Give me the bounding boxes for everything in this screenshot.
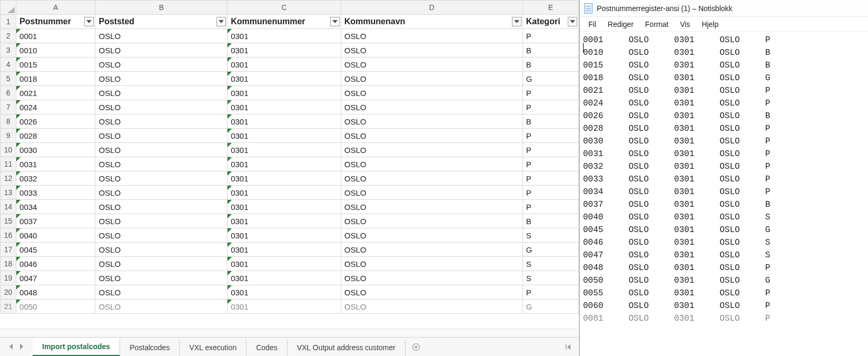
row-header[interactable]: 4: [1, 57, 16, 72]
cell[interactable]: OSLO: [341, 100, 522, 114]
row-header[interactable]: 10: [1, 143, 16, 157]
cell[interactable]: 0031: [16, 157, 95, 171]
horizontal-scrollbar[interactable]: [0, 329, 579, 337]
cell[interactable]: OSLO: [95, 257, 228, 271]
cell[interactable]: 0301: [228, 285, 341, 300]
cell[interactable]: OSLO: [95, 271, 228, 285]
cell[interactable]: OSLO: [341, 114, 522, 129]
notepad-titlebar[interactable]: Postnummerregister-ansi (1) – Notisblokk: [580, 0, 868, 17]
cell[interactable]: OSLO: [341, 72, 522, 86]
cell[interactable]: P: [522, 143, 578, 157]
cell[interactable]: S: [522, 257, 578, 271]
cell[interactable]: G: [522, 243, 578, 257]
cell[interactable]: OSLO: [341, 43, 522, 57]
table-header-cell[interactable]: Postnummer: [16, 15, 95, 29]
cell[interactable]: OSLO: [341, 228, 522, 243]
cell[interactable]: OSLO: [95, 243, 228, 257]
cell[interactable]: OSLO: [95, 285, 228, 300]
cell[interactable]: 0032: [16, 171, 95, 186]
cell[interactable]: OSLO: [341, 157, 522, 171]
row-header[interactable]: 8: [1, 114, 16, 129]
cell[interactable]: OSLO: [95, 72, 228, 86]
sheet-tab[interactable]: Postalcodes: [120, 339, 180, 356]
column-header[interactable]: C: [228, 1, 341, 15]
cell[interactable]: OSLO: [95, 114, 228, 129]
cell[interactable]: 0046: [16, 257, 95, 271]
cell[interactable]: 0301: [228, 186, 341, 200]
table-header-cell[interactable]: Kategori: [522, 15, 578, 29]
cell[interactable]: G: [522, 300, 578, 314]
cell[interactable]: B: [522, 43, 578, 57]
cell[interactable]: 0034: [16, 200, 95, 214]
cell[interactable]: 0301: [228, 243, 341, 257]
cell[interactable]: OSLO: [341, 243, 522, 257]
filter-dropdown-icon[interactable]: [84, 17, 94, 26]
cell[interactable]: 0301: [228, 300, 341, 314]
column-header[interactable]: B: [95, 1, 228, 15]
cell[interactable]: OSLO: [95, 100, 228, 114]
cell[interactable]: OSLO: [341, 257, 522, 271]
column-header[interactable]: E: [522, 1, 578, 15]
cell[interactable]: OSLO: [341, 271, 522, 285]
cell[interactable]: 0037: [16, 214, 95, 228]
row-header[interactable]: 2: [1, 29, 16, 43]
sheet-tab[interactable]: VXL Output address customer: [288, 339, 406, 356]
cell[interactable]: 0301: [228, 100, 341, 114]
cell[interactable]: 0045: [16, 243, 95, 257]
cell[interactable]: P: [522, 129, 578, 143]
cell[interactable]: B: [522, 114, 578, 129]
cell[interactable]: S: [522, 271, 578, 285]
select-all-corner[interactable]: [1, 1, 16, 15]
cell[interactable]: 0047: [16, 271, 95, 285]
row-header[interactable]: 17: [1, 243, 16, 257]
cell[interactable]: 0301: [228, 72, 341, 86]
spreadsheet-grid[interactable]: ABCDE1PostnummerPoststedKommunenummerKom…: [0, 0, 579, 329]
cell[interactable]: 0301: [228, 114, 341, 129]
cell[interactable]: 0301: [228, 271, 341, 285]
row-header[interactable]: 3: [1, 43, 16, 57]
row-header[interactable]: 18: [1, 257, 16, 271]
filter-dropdown-icon[interactable]: [512, 17, 521, 26]
cell[interactable]: OSLO: [95, 29, 228, 43]
cell[interactable]: OSLO: [341, 143, 522, 157]
tab-nav-next-icon[interactable]: [19, 343, 24, 351]
notepad-text-area[interactable]: 0001 OSLO 0301 OSLO P 0010 OSLO 0301 OSL…: [580, 32, 868, 356]
cell[interactable]: 0301: [228, 157, 341, 171]
cell[interactable]: OSLO: [95, 171, 228, 186]
cell[interactable]: OSLO: [95, 200, 228, 214]
cell[interactable]: B: [522, 57, 578, 72]
row-header[interactable]: 21: [1, 300, 16, 314]
cell[interactable]: S: [522, 228, 578, 243]
cell[interactable]: OSLO: [95, 143, 228, 157]
cell[interactable]: 0021: [16, 86, 95, 100]
cell[interactable]: OSLO: [95, 86, 228, 100]
row-header[interactable]: 5: [1, 72, 16, 86]
filter-dropdown-icon[interactable]: [568, 17, 577, 26]
cell[interactable]: 0048: [16, 285, 95, 300]
cell[interactable]: 0301: [228, 57, 341, 72]
cell[interactable]: OSLO: [341, 29, 522, 43]
cell[interactable]: 0028: [16, 129, 95, 143]
row-header[interactable]: 1: [1, 15, 16, 29]
cell[interactable]: 0024: [16, 100, 95, 114]
cell[interactable]: 0301: [228, 29, 341, 43]
cell[interactable]: 0301: [228, 200, 341, 214]
cell[interactable]: OSLO: [95, 129, 228, 143]
cell[interactable]: B: [522, 214, 578, 228]
cell[interactable]: 0030: [16, 143, 95, 157]
cell[interactable]: 0001: [16, 29, 95, 43]
row-header[interactable]: 19: [1, 271, 16, 285]
filter-dropdown-icon[interactable]: [330, 17, 340, 26]
row-header[interactable]: 13: [1, 186, 16, 200]
cell[interactable]: OSLO: [95, 157, 228, 171]
table-header-cell[interactable]: Kommunenummer: [228, 15, 341, 29]
cell[interactable]: 0026: [16, 114, 95, 129]
cell[interactable]: 0301: [228, 214, 341, 228]
cell[interactable]: 0301: [228, 43, 341, 57]
new-sheet-button[interactable]: [406, 338, 427, 356]
cell[interactable]: P: [522, 29, 578, 43]
cell[interactable]: P: [522, 200, 578, 214]
sheet-tab[interactable]: Codes: [246, 339, 287, 356]
column-header[interactable]: D: [341, 1, 522, 15]
cell[interactable]: P: [522, 285, 578, 300]
